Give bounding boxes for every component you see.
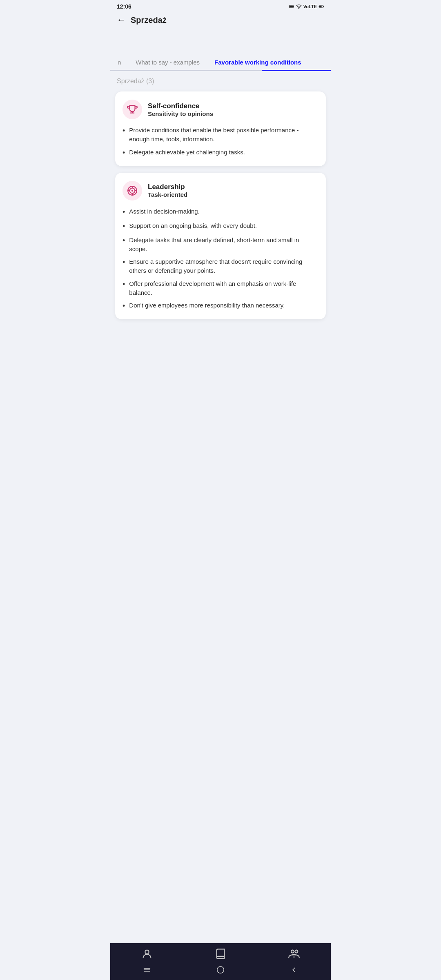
bottom-nav — [110, 943, 331, 980]
back-button[interactable]: ← — [117, 15, 126, 25]
status-bar: 12:06 VoLTE — [110, 0, 331, 11]
cards-area: Self-confidence Sensitivity to opinions … — [110, 88, 331, 943]
card-bullets-1: Provide conditions that enable the best … — [122, 126, 318, 158]
person-icon — [141, 948, 153, 960]
android-back-btn[interactable] — [290, 965, 298, 974]
android-nav — [110, 962, 331, 978]
bottom-nav-icons — [110, 943, 331, 962]
bullet-item: Assist in decision-making. — [122, 207, 318, 217]
battery-icon — [289, 4, 294, 9]
bullet-item: Don't give employees more responsibility… — [122, 301, 318, 311]
status-icons: VoLTE — [289, 4, 324, 9]
tabs-container: n What to say - examples Favorable worki… — [110, 55, 331, 70]
svg-rect-5 — [323, 6, 324, 7]
menu-lines-icon — [143, 965, 151, 974]
page-title: Sprzedaż — [131, 16, 167, 25]
bullet-item: Delegate tasks that are clearly defined,… — [122, 236, 318, 254]
header: ← Sprzedaż — [110, 11, 331, 30]
svg-point-10 — [145, 950, 149, 954]
android-home-btn[interactable] — [216, 965, 225, 974]
svg-point-12 — [295, 950, 298, 953]
section-label: Sprzedaż (3) — [110, 71, 331, 88]
card-header-1: Self-confidence Sensitivity to opinions — [122, 100, 318, 119]
target-icon-wrap — [122, 181, 142, 200]
battery2-icon — [318, 4, 324, 9]
svg-rect-2 — [290, 6, 293, 8]
svg-rect-6 — [319, 6, 322, 8]
svg-point-3 — [298, 8, 299, 9]
svg-point-11 — [291, 950, 294, 953]
card-leadership: Leadership Task-oriented Assist in decis… — [115, 173, 326, 320]
svg-point-16 — [217, 967, 224, 973]
signal-text: VoLTE — [303, 4, 317, 9]
back-chevron-icon — [290, 965, 298, 974]
card-titles-2: Leadership Task-oriented — [148, 183, 187, 198]
card-self-confidence: Self-confidence Sensitivity to opinions … — [115, 91, 326, 166]
wifi-icon — [296, 4, 302, 9]
nav-team[interactable] — [288, 948, 300, 960]
card-title-main-2: Leadership — [148, 183, 187, 191]
trophy-icon-wrap — [122, 100, 142, 119]
target-icon — [127, 185, 138, 196]
bullet-item: Support on an ongoing basis, with every … — [122, 221, 318, 232]
header-spacer — [110, 30, 331, 55]
android-menu-btn[interactable] — [143, 965, 151, 974]
tab-favorable[interactable]: Favorable working conditions — [207, 55, 309, 70]
bullet-item: Provide conditions that enable the best … — [122, 126, 318, 144]
team-icon — [288, 948, 300, 960]
trophy-icon — [127, 104, 138, 115]
svg-rect-1 — [293, 6, 294, 7]
home-circle-icon — [216, 965, 225, 974]
card-bullets-2: Assist in decision-making. Support on an… — [122, 207, 318, 312]
bullet-item: Delegate achievable yet challenging task… — [122, 148, 318, 158]
card-header-2: Leadership Task-oriented — [122, 181, 318, 200]
svg-point-9 — [131, 189, 133, 191]
book-icon — [215, 948, 226, 960]
tab-partial[interactable]: n — [110, 55, 128, 70]
bullet-item: Ensure a supportive atmosphere that does… — [122, 257, 318, 275]
card-title-sub-1: Sensitivity to opinions — [148, 110, 213, 117]
tab-what-to-say[interactable]: What to say - examples — [128, 55, 207, 70]
bullet-item: Offer professional development with an e… — [122, 279, 318, 297]
card-title-main-1: Self-confidence — [148, 102, 213, 110]
nav-profile[interactable] — [141, 948, 153, 960]
card-title-sub-2: Task-oriented — [148, 191, 187, 198]
card-titles-1: Self-confidence Sensitivity to opinions — [148, 102, 213, 117]
nav-book[interactable] — [215, 948, 226, 960]
status-time: 12:06 — [117, 3, 131, 10]
